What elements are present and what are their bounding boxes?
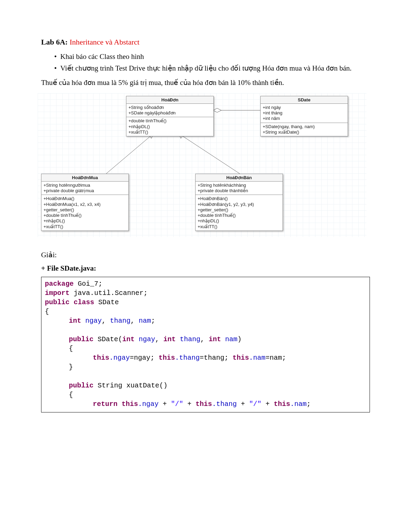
uml-attr: +private double giátrịmua [43,188,126,194]
uml-op: +HoáĐơnMua() [43,196,126,201]
svg-line-4 [179,134,240,174]
code-id: .ngay [109,354,130,362]
code-str: "/" [249,400,261,408]
code-kw: public [69,382,94,389]
uml-attr: +SDate ngàylậphoáđơn [128,110,211,116]
list-item: Viết chương trình Test Drive thực hiện n… [60,63,370,73]
uml-attr: +int năm [263,116,346,121]
uml-attrs: +int ngày +int tháng +int năm [261,104,348,123]
code-id: nam [139,317,151,325]
uml-op: +xuấtTT() [128,129,211,135]
code-txt: , [102,317,110,325]
uml-op: +String xuấtDate() [263,129,346,135]
code-txt [117,400,122,408]
uml-op: +SDate(ngay, thang, nam) [263,124,346,129]
uml-op: +double tínhThuế() [128,118,211,124]
code-txt: String xuatDate() [94,382,167,389]
code-kw: int [69,317,81,325]
code-id: ngay [135,335,155,343]
uml-ops: +SDate(ngay, thang, nam) +String xuấtDat… [261,123,348,136]
svg-line-2 [106,134,153,174]
solution-label: Giải: [41,251,370,259]
title-lab: Lab 6A: [41,38,70,46]
uml-attr: +String hotênkháchhàng [198,183,281,188]
code-id: ngay [81,317,102,325]
page-title: Lab 6A: Inheritance và Abstarct [41,38,370,47]
code-txt: SDate [94,298,119,306]
code-id: .thang [175,354,200,362]
code-id: .nam [290,400,307,408]
code-txt: =ngay; [130,354,159,362]
code-txt: { [69,345,73,352]
code-txt: =nam; [265,354,286,362]
code-kw: int [122,335,135,343]
code-kw: this [233,354,249,362]
code-block: package Goi_7; import java.util.Scanner;… [41,277,370,412]
uml-op: +double tínhThuế() [43,213,126,218]
uml-op: +nhậpDL() [128,124,211,129]
code-kw: int [163,335,176,343]
code-id: .ngay [138,400,159,408]
code-kw: public [45,298,70,306]
code-txt: + [237,400,249,408]
code-txt: } [69,363,73,371]
code-txt: SDate( [94,335,122,343]
code-kw: package [45,280,74,288]
code-txt: , [200,335,209,343]
uml-class-hoadonban: HoáĐơnBán +String hotênkháchhàng +privat… [195,174,283,231]
code-kw: class [70,298,94,306]
uml-ops: +HoáĐơnMua() +HoáĐơnMua(x1, x2, x3, x4) … [41,195,128,231]
uml-op: +double tínhThuế() [198,213,281,218]
code-kw: import [45,289,70,297]
code-txt: =thang; [200,354,233,362]
uml-attrs: +String hotênkháchhàng +private double t… [196,182,283,195]
uml-class-title: HoáĐơnBán [196,174,283,182]
uml-class-sdate: SDate +int ngày +int tháng +int năm +SDa… [260,96,348,136]
code-kw: this [274,400,290,408]
uml-op: +HoáĐơnBán(y1, y2, y3, y4) [198,202,281,207]
code-txt: Goi_7; [74,280,102,288]
svg-marker-1 [213,108,221,112]
uml-class-title: SDate [261,96,348,104]
uml-class-hoadonmua: HoáĐơnMua +String hotênngườimua +private… [41,174,129,231]
uml-attr: +private double thànhtiền [198,188,281,194]
code-txt: ; [307,400,311,408]
code-str: "/" [171,400,183,408]
description-list: Khai báo các Class theo hình Viết chương… [41,51,370,74]
title-name: Inheritance và Abstarct [70,38,139,46]
uml-op: +HoáĐơnMua(x1, x2, x3, x4) [43,202,126,207]
uml-op: +nhậpDL() [198,218,281,224]
code-txt: + [261,400,274,408]
uml-op: +xuấtTT() [198,224,281,230]
uml-op: +HoáĐơnBán() [198,196,281,201]
uml-attr: +String hotênngườimua [43,183,126,188]
uml-class-title: HoáĐơn [126,96,213,104]
uml-class-title: HoáĐơnMua [41,174,128,182]
uml-ops: +HoáĐơnBán() +HoáĐơnBán(y1, y2, y3, y4) … [196,195,283,231]
uml-attrs: +String hotênngườimua +private double gi… [41,182,128,195]
code-kw: public [69,335,94,343]
code-txt: + [159,400,171,408]
code-txt: ) [237,335,241,343]
code-kw: this [93,354,109,362]
file-label: + File SDate.java: [41,264,370,273]
code-txt: , [155,335,163,343]
list-item: Khai báo các Class theo hình [60,51,370,62]
uml-attr: +String sốhoáđơn [128,105,211,110]
code-kw: this [196,400,212,408]
code-kw: return [93,400,117,408]
uml-attrs: +String sốhoáđơn +SDate ngàylậphoáđơn [126,104,213,117]
code-id: .nam [249,354,265,362]
uml-op: +nhậpDL() [43,218,126,224]
code-txt: java.util.Scanner; [70,289,148,297]
code-txt: { [69,391,73,399]
uml-ops: +double tínhThuế() +nhậpDL() +xuấtTT() [126,117,213,136]
code-txt: , [130,317,139,325]
code-txt: + [183,400,196,408]
uml-op: +getter_setter() [198,207,281,213]
code-kw: int [209,335,221,343]
code-txt: ; [151,317,155,325]
uml-op: +getter_setter() [43,207,126,213]
uml-attr: +int ngày [263,105,346,110]
uml-attr: +int tháng [263,110,346,116]
